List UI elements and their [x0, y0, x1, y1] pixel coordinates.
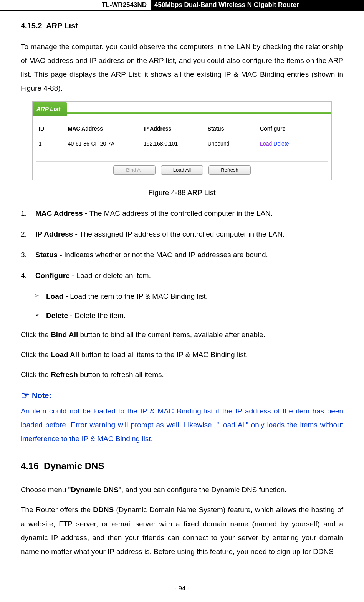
header-product: 450Mbps Dual-Band Wireless N Gigabit Rou…: [151, 0, 364, 10]
list-item: 4. Configure - Load or delete an item.: [21, 269, 343, 283]
note-paragraph: An item could not be loaded to the IP & …: [21, 404, 343, 446]
list-item: ➢ Delete - Delete the item.: [21, 309, 343, 322]
term-text: Load the item to the IP & MAC Binding li…: [70, 292, 208, 300]
term: Status -: [35, 251, 64, 259]
arp-button-row: Bind All Load All Refresh: [33, 162, 331, 180]
text: button to refresh all items.: [78, 370, 164, 379]
term: Delete -: [46, 311, 74, 319]
cell-status: Unbound: [205, 137, 258, 150]
term-text: Load or delete an item.: [76, 271, 151, 280]
arrow-icon: ➢: [35, 309, 40, 321]
col-id: ID: [36, 122, 66, 137]
section-4-15-2-heading: 4.15.2 ARP List: [21, 18, 343, 33]
figure-caption: Figure 4-88 ARP List: [21, 186, 343, 200]
intro-paragraph: To manage the computer, you could observ…: [21, 40, 343, 95]
list-item: 3. Status - Indicates whether or not the…: [21, 248, 343, 262]
list-item: 1. MAC Address - The MAC address of the …: [21, 207, 343, 220]
button-name: Refresh: [51, 370, 78, 379]
col-mac: MAC Address: [66, 122, 141, 137]
sub-definition-list: ➢ Load - Load the item to the IP & MAC B…: [21, 289, 343, 322]
col-configure: Configure: [258, 122, 328, 137]
col-ip: IP Address: [141, 122, 205, 137]
arrow-icon: ➢: [35, 290, 40, 301]
section-4-16-heading: 4.16 Dynamic DNS: [21, 457, 343, 475]
click-line-load-all: Click the Load All button to load all it…: [21, 348, 343, 362]
text: button to bind all the current items, av…: [78, 331, 265, 339]
text: Click the: [21, 370, 51, 379]
page-number: - 94 -: [0, 576, 364, 599]
section-number: 4.15.2: [21, 22, 42, 30]
list-number: 3.: [21, 248, 27, 262]
button-name: Load All: [51, 351, 79, 359]
text: Click the: [21, 351, 51, 359]
load-link[interactable]: Load: [260, 141, 272, 147]
ddns-choose-menu-line: Choose menu "Dynamic DNS", and you can c…: [21, 483, 343, 497]
term-text: The assigned IP address of the controlle…: [79, 230, 285, 238]
page-header: TL-WR2543ND 450Mbps Dual-Band Wireless N…: [0, 0, 364, 11]
text: Click the: [21, 331, 51, 339]
ddns-description-paragraph: The Router offers the DDNS (Dynamic Doma…: [21, 503, 343, 558]
text: The Router offers the: [21, 506, 93, 514]
cell-configure: Load Delete: [258, 137, 328, 150]
text: button to load all items to the IP & MAC…: [79, 351, 248, 359]
arp-list-figure: ARP List ID MAC Address IP Address Statu…: [32, 101, 332, 180]
header-model: TL-WR2543ND: [0, 0, 151, 10]
definition-list: 1. MAC Address - The MAC address of the …: [21, 207, 343, 283]
term-text: The MAC address of the controlled comput…: [89, 209, 273, 217]
term: MAC Address -: [35, 209, 89, 217]
bind-all-button[interactable]: Bind All: [113, 165, 156, 175]
list-number: 1.: [21, 207, 27, 220]
section-title: ARP List: [46, 22, 78, 30]
text: Choose menu ": [21, 486, 71, 494]
page-content: 4.15.2 ARP List To manage the computer, …: [0, 18, 364, 576]
term: Configure -: [35, 271, 76, 280]
load-all-button[interactable]: Load All: [161, 165, 203, 175]
feature-name: DDNS: [93, 506, 114, 514]
arp-tab-row: ARP List: [33, 102, 331, 112]
list-item: ➢ Load - Load the item to the IP & MAC B…: [21, 289, 343, 303]
list-item: 2. IP Address - The assigned IP address …: [21, 227, 343, 241]
list-number: 2.: [21, 227, 27, 241]
delete-link[interactable]: Delete: [273, 141, 289, 147]
click-line-refresh: Click the Refresh button to refresh all …: [21, 368, 343, 382]
cell-id: 1: [36, 137, 66, 150]
section-number: 4.16: [21, 461, 39, 471]
term: IP Address -: [35, 230, 79, 238]
cell-mac: 40-61-86-CF-20-7A: [66, 137, 141, 150]
pointing-hand-icon: ☞: [21, 390, 30, 400]
note-heading: ☞ Note:: [21, 388, 343, 403]
list-number: 4.: [21, 269, 27, 283]
term-text: Delete the item.: [74, 311, 126, 319]
click-line-bind-all: Click the Bind All button to bind all th…: [21, 328, 343, 342]
table-row: 1 40-61-86-CF-20-7A 192.168.0.101 Unboun…: [36, 137, 328, 150]
arp-tab: ARP List: [33, 102, 67, 116]
col-status: Status: [205, 122, 258, 137]
arp-table-header-row: ID MAC Address IP Address Status Configu…: [36, 122, 328, 137]
note-label: Note:: [32, 388, 51, 403]
refresh-button[interactable]: Refresh: [208, 165, 251, 175]
text: ", and you can configure the Dynamic DNS…: [119, 486, 287, 494]
menu-name: Dynamic DNS: [71, 486, 119, 494]
button-name: Bind All: [51, 331, 78, 339]
term-text: Indicates whether or not the MAC and IP …: [64, 251, 268, 259]
term: Load -: [46, 292, 70, 300]
section-title: Dynamic DNS: [44, 461, 104, 471]
cell-ip: 192.168.0.101: [141, 137, 205, 150]
arp-table: ID MAC Address IP Address Status Configu…: [36, 122, 328, 150]
